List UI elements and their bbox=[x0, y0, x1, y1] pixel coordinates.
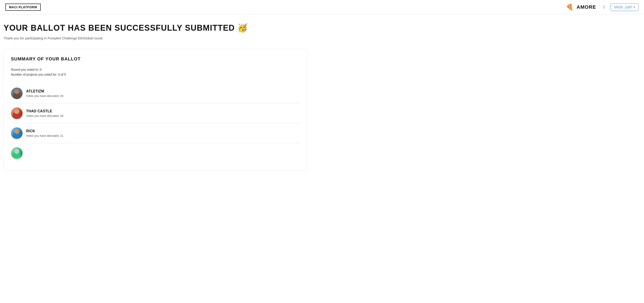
projects-count: Number of projects you voted for: 5 of 5 bbox=[11, 73, 300, 76]
project-info: RICKVotes you have allocated: 21 bbox=[26, 129, 63, 137]
avatar-partial bbox=[11, 147, 22, 159]
list-item: THAD CASTLEVotes you have allocated: 26 bbox=[11, 103, 300, 123]
header: MACI PLATFORM 🍕 AMORE ☽ 0XCD...2267 ▾ bbox=[0, 0, 644, 14]
success-heading-text: YOUR BALLOT HAS BEEN SUCCESSFULLY SUBMIT… bbox=[4, 23, 235, 33]
brand-logo: 🍕 AMORE bbox=[565, 2, 596, 12]
project-name: ATLETIZM bbox=[26, 89, 63, 93]
avatar-rick bbox=[11, 127, 22, 139]
ballot-meta: Round you voted in: 0 Number of projects… bbox=[11, 68, 300, 76]
success-heading: YOUR BALLOT HAS BEEN SUCCESSFULLY SUBMIT… bbox=[4, 23, 308, 33]
project-votes: Votes you have allocated: 26 bbox=[26, 114, 63, 118]
header-right: 🍕 AMORE ☽ 0XCD...2267 ▾ bbox=[565, 2, 639, 12]
brand-emoji: 🍕 bbox=[566, 3, 574, 11]
list-item bbox=[11, 143, 300, 163]
brand-name: AMORE bbox=[576, 4, 596, 10]
main-content: YOUR BALLOT HAS BEEN SUCCESSFULLY SUBMIT… bbox=[0, 14, 313, 179]
list-item: ATLETIZMVotes you have allocated: 26 bbox=[11, 84, 300, 103]
project-name: THAD CASTLE bbox=[26, 109, 63, 113]
theme-toggle-button[interactable]: ☽ bbox=[600, 4, 607, 11]
wallet-button[interactable]: 0XCD...2267 ▾ bbox=[610, 3, 639, 11]
logo[interactable]: MACI PLATFORM bbox=[5, 4, 41, 11]
list-item: RICKVotes you have allocated: 21 bbox=[11, 123, 300, 143]
project-info: THAD CASTLEVotes you have allocated: 26 bbox=[26, 109, 63, 118]
ballot-summary-card: SUMMARY OF YOUR BALLOT Round you voted i… bbox=[4, 49, 308, 170]
avatar-atletizm bbox=[11, 88, 22, 99]
project-info: ATLETIZMVotes you have allocated: 26 bbox=[26, 89, 63, 98]
wallet-address: 0XCD...2267 bbox=[614, 5, 632, 9]
avatar-thad-castle bbox=[11, 107, 22, 119]
ballot-card-title: SUMMARY OF YOUR BALLOT bbox=[11, 56, 300, 62]
project-list: ATLETIZMVotes you have allocated: 26THAD… bbox=[11, 84, 300, 163]
logo-label: MACI PLATFORM bbox=[9, 5, 37, 9]
round-info: Round you voted in: 0 bbox=[11, 68, 300, 71]
project-votes: Votes you have allocated: 21 bbox=[26, 134, 63, 137]
success-emoji: 🥳 bbox=[238, 23, 248, 33]
brand-icon: 🍕 bbox=[565, 2, 575, 12]
chevron-down-icon: ▾ bbox=[634, 6, 635, 9]
header-left: MACI PLATFORM bbox=[5, 4, 41, 11]
moon-icon: ☽ bbox=[602, 5, 605, 10]
success-subtitle: Thank you for participating in Pumpbet C… bbox=[4, 36, 308, 40]
project-name: RICK bbox=[26, 129, 63, 133]
project-votes: Votes you have allocated: 26 bbox=[26, 94, 63, 98]
